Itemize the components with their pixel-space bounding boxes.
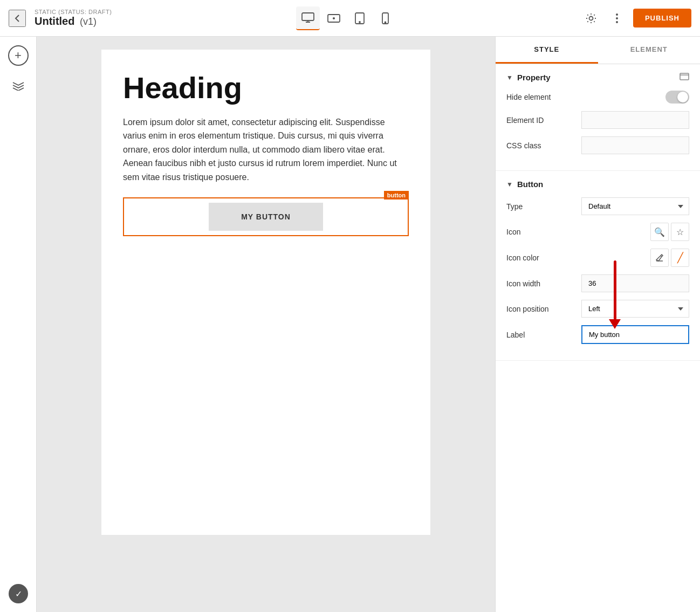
icon-search-button[interactable]: 🔍 bbox=[650, 223, 669, 241]
button-section-title: Button bbox=[517, 180, 543, 189]
svg-point-8 bbox=[616, 13, 618, 16]
icon-color-group: ╱ bbox=[650, 249, 689, 267]
label-input[interactable] bbox=[581, 325, 689, 344]
svg-rect-0 bbox=[302, 13, 314, 20]
icon-position-label: Icon position bbox=[506, 305, 581, 313]
icon-width-row: Icon width bbox=[506, 274, 689, 292]
label-row: Label bbox=[506, 325, 689, 344]
check-icon: ✓ bbox=[9, 584, 28, 603]
element-id-input[interactable] bbox=[581, 111, 689, 129]
icon-row: Icon 🔍 ☆ bbox=[506, 223, 689, 241]
icon-width-input[interactable] bbox=[581, 274, 689, 292]
svg-point-4 bbox=[359, 22, 360, 23]
panel-content: ▼ Property Hide element bbox=[496, 64, 700, 612]
canvas-area: Heading Lorem ipsum dolor sit amet, cons… bbox=[37, 37, 495, 612]
left-sidebar: + ✓ bbox=[0, 37, 37, 612]
panel-tabs: STYLE ELEMENT bbox=[496, 37, 700, 64]
hide-element-toggle[interactable] bbox=[665, 91, 689, 104]
device-mobile-btn[interactable] bbox=[374, 6, 397, 30]
device-tablet-btn[interactable] bbox=[348, 6, 372, 30]
color-picker-button[interactable] bbox=[650, 249, 669, 267]
svg-point-10 bbox=[616, 21, 618, 23]
element-id-row: Element ID bbox=[506, 111, 689, 129]
page-title-block: STATIC (STATUS: DRAFT) Untitled (v1) bbox=[35, 9, 112, 27]
add-element-button[interactable]: + bbox=[8, 45, 29, 66]
svg-point-2 bbox=[333, 17, 334, 18]
color-slash-button[interactable]: ╱ bbox=[671, 249, 689, 267]
topbar: STATIC (STATUS: DRAFT) Untitled (v1) bbox=[0, 0, 700, 37]
type-label: Type bbox=[506, 202, 581, 211]
button-section-title-row: ▼ Button bbox=[506, 180, 543, 189]
property-collapse-icon[interactable]: ▼ bbox=[506, 74, 513, 81]
label-label: Label bbox=[506, 331, 581, 339]
layers-button[interactable] bbox=[9, 77, 28, 96]
settings-button[interactable] bbox=[581, 9, 601, 28]
property-section-display-icon bbox=[680, 73, 689, 82]
right-panel: STYLE ELEMENT ▼ Property bbox=[495, 37, 700, 612]
page-body-text: Lorem ipsum dolor sit amet, consectetur … bbox=[123, 115, 409, 184]
topbar-actions: PUBLISH bbox=[581, 9, 691, 28]
more-options-button[interactable] bbox=[607, 9, 627, 28]
element-id-label: Element ID bbox=[506, 116, 581, 125]
page-heading: Heading bbox=[123, 71, 409, 105]
css-class-row: CSS class bbox=[506, 136, 689, 154]
type-row: Type Default Primary Secondary Outline bbox=[506, 197, 689, 215]
toggle-thumb bbox=[677, 92, 688, 102]
svg-point-7 bbox=[589, 16, 593, 20]
button-collapse-icon[interactable]: ▼ bbox=[506, 181, 513, 188]
page-title: Untitled (v1) bbox=[35, 15, 112, 27]
publish-button[interactable]: PUBLISH bbox=[633, 9, 691, 27]
svg-rect-11 bbox=[680, 73, 689, 80]
hide-element-row: Hide element bbox=[506, 91, 689, 104]
hide-element-label: Hide element bbox=[506, 93, 665, 101]
status-badge: STATIC (STATUS: DRAFT) bbox=[35, 9, 112, 15]
device-desktop-btn[interactable] bbox=[296, 6, 320, 30]
device-tablet-landscape-btn[interactable] bbox=[322, 6, 346, 30]
icon-color-row: Icon color ╱ bbox=[506, 249, 689, 267]
device-switcher bbox=[296, 6, 397, 30]
button-section-header: ▼ Button bbox=[506, 180, 689, 189]
icon-width-label: Icon width bbox=[506, 279, 581, 288]
canvas-button[interactable]: MY BUTTON bbox=[209, 203, 323, 231]
icon-star-button[interactable]: ☆ bbox=[671, 223, 689, 241]
icon-position-select[interactable]: Left Right bbox=[581, 300, 689, 318]
back-button[interactable] bbox=[9, 10, 26, 27]
svg-point-9 bbox=[616, 17, 618, 19]
property-section-title: Property bbox=[517, 73, 551, 82]
icon-color-label: Icon color bbox=[506, 253, 650, 262]
canvas-page: Heading Lorem ipsum dolor sit amet, cons… bbox=[101, 50, 430, 535]
tab-element[interactable]: ELEMENT bbox=[598, 37, 701, 64]
css-class-input[interactable] bbox=[581, 136, 689, 154]
icon-label: Icon bbox=[506, 228, 650, 236]
svg-point-6 bbox=[385, 22, 386, 23]
type-select[interactable]: Default Primary Secondary Outline bbox=[581, 197, 689, 215]
property-section: ▼ Property Hide element bbox=[496, 64, 700, 171]
arrow-annotation bbox=[609, 260, 621, 329]
button-section: ▼ Button Type Default Primary Secondary … bbox=[496, 171, 700, 361]
tab-style[interactable]: STYLE bbox=[496, 37, 598, 64]
icon-picker-group: 🔍 ☆ bbox=[650, 223, 689, 241]
button-element-container[interactable]: button MY BUTTON bbox=[123, 197, 409, 236]
css-class-label: CSS class bbox=[506, 141, 581, 150]
status-bar: ✓ bbox=[0, 584, 37, 603]
icon-position-row: Icon position Left Right bbox=[506, 300, 689, 318]
button-type-badge: button bbox=[384, 191, 409, 200]
main-layout: + ✓ Heading Lorem ipsum dolor sit amet, … bbox=[0, 37, 700, 612]
property-section-title-row: ▼ Property bbox=[506, 73, 551, 82]
property-section-header: ▼ Property bbox=[506, 73, 689, 82]
